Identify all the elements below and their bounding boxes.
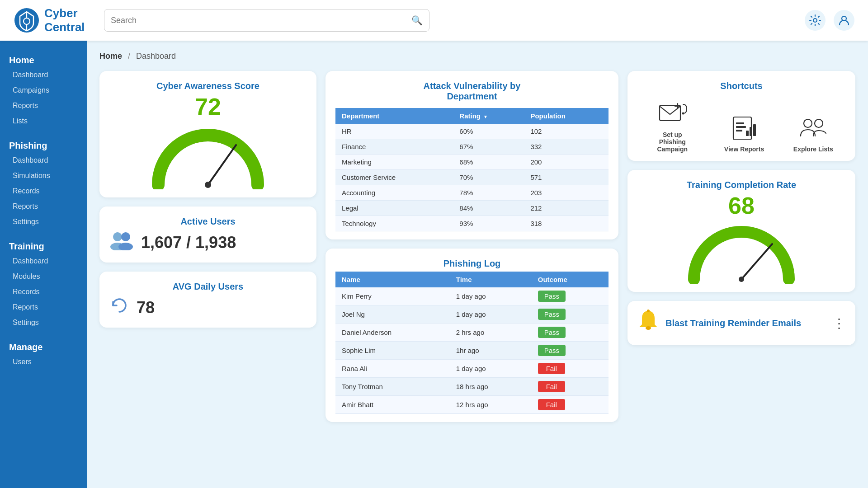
- body-wrap: Home Dashboard Campaigns Reports Lists P…: [0, 41, 868, 488]
- sidebar-item-training-settings[interactable]: Settings: [0, 315, 87, 330]
- outcome-badge: Pass: [538, 327, 566, 338]
- col-left: Cyber Awareness Score 72: [99, 71, 316, 422]
- bell-icon: [637, 309, 659, 337]
- sidebar-item-home-lists[interactable]: Lists: [0, 113, 87, 129]
- table-row: Legal84%212: [335, 201, 609, 216]
- phishing-log-row: Amir Bhatt12 hrs agoFail: [335, 396, 609, 414]
- phishing-log-row: Sophie Lim1hr agoPass: [335, 342, 609, 360]
- shortcut-lists[interactable]: Explore Lists: [793, 114, 833, 153]
- sidebar-section-home: Home: [0, 49, 87, 67]
- shortcuts-grid: Set up Phishing Campaign: [637, 99, 845, 153]
- sidebar-item-phishing-dashboard[interactable]: Dashboard: [0, 153, 87, 168]
- outcome-badge: Fail: [538, 399, 565, 410]
- svg-point-15: [682, 113, 684, 115]
- table-row: Finance67%332: [335, 139, 609, 155]
- sidebar-item-phishing-settings[interactable]: Settings: [0, 214, 87, 230]
- vulnerability-card: Attack Vulnerability by Department Depar…: [326, 71, 618, 239]
- breadcrumb-home: Home: [99, 52, 122, 61]
- blast-menu-icon[interactable]: ⋮: [833, 316, 845, 331]
- outcome-badge: Pass: [538, 291, 566, 302]
- active-users-content: 1,607 / 1,938: [109, 230, 307, 254]
- shortcut-reports[interactable]: View Reports: [724, 114, 764, 153]
- shortcuts-card: Shortcuts: [627, 71, 855, 161]
- svg-point-7: [205, 182, 211, 188]
- breadcrumb: Home / Dashboard: [99, 52, 855, 61]
- phishing-log-row: Tony Trotman18 hrs agoFail: [335, 378, 609, 396]
- header-right: [805, 10, 854, 31]
- shortcut-reports-label: View Reports: [724, 145, 764, 153]
- training-gauge-wrap: [637, 221, 845, 284]
- sidebar-item-phishing-records[interactable]: Records: [0, 183, 87, 199]
- svg-rect-16: [733, 117, 751, 140]
- cyber-awareness-value: 72: [109, 94, 307, 120]
- sidebar-section-phishing: Phishing: [0, 134, 87, 153]
- training-gauge-svg: [687, 221, 796, 284]
- svg-point-24: [815, 119, 823, 127]
- outcome-badge: Pass: [538, 345, 566, 356]
- vuln-col-pop: Population: [524, 108, 609, 124]
- vuln-col-dept: Department: [335, 108, 453, 124]
- logo-line1: Cyber: [44, 6, 85, 20]
- users-icon: [109, 230, 134, 254]
- cyber-awareness-card: Cyber Awareness Score 72: [99, 71, 316, 197]
- logo: Cyber Central: [14, 6, 95, 34]
- logo-line2: Central: [44, 20, 85, 34]
- svg-rect-21: [750, 127, 752, 136]
- main-content: Home / Dashboard Cyber Awareness Score 7…: [87, 41, 868, 488]
- sidebar-item-manage-users[interactable]: Users: [0, 354, 87, 370]
- sidebar-item-training-reports[interactable]: Reports: [0, 300, 87, 315]
- blast-reminder-card[interactable]: Blast Training Reminder Emails ⋮: [627, 301, 855, 345]
- vulnerability-table: Department Rating ▾ Population HR60%102F…: [335, 108, 609, 231]
- search-icon: 🔍: [411, 15, 423, 26]
- shortcut-lists-label: Explore Lists: [793, 145, 833, 153]
- table-row: Accounting78%203: [335, 185, 609, 201]
- outcome-badge: Fail: [538, 363, 565, 374]
- gauge-svg: [149, 122, 267, 189]
- svg-point-28: [647, 310, 650, 312]
- view-reports-icon: [728, 114, 760, 141]
- search-input[interactable]: [111, 16, 411, 25]
- sidebar-section-manage: Manage: [0, 336, 87, 354]
- log-col-outcome: Outcome: [532, 272, 609, 287]
- active-users-title: Active Users: [109, 216, 307, 227]
- svg-point-26: [739, 277, 744, 282]
- sidebar-item-training-dashboard[interactable]: Dashboard: [0, 253, 87, 269]
- training-rate-card: Training Completion Rate 68: [627, 170, 855, 292]
- phishing-log-card: Phishing Log Name Time Outcome Kim Perry…: [326, 249, 618, 422]
- blast-reminder-label: Blast Training Reminder Emails: [665, 318, 826, 328]
- vuln-col-rating[interactable]: Rating ▾: [453, 108, 524, 124]
- shortcut-phishing[interactable]: Set up Phishing Campaign: [650, 99, 695, 153]
- svg-point-27: [646, 326, 651, 330]
- log-col-time: Time: [450, 272, 532, 287]
- search-bar[interactable]: 🔍: [104, 9, 429, 32]
- phishing-log-row: Kim Perry1 day agoPass: [335, 287, 609, 305]
- sidebar-item-home-reports[interactable]: Reports: [0, 98, 87, 113]
- col-right: Shortcuts: [627, 71, 855, 422]
- sidebar-item-training-records[interactable]: Records: [0, 284, 87, 300]
- phishing-log-row: Rana Ali1 day agoFail: [335, 360, 609, 378]
- svg-line-25: [741, 244, 772, 279]
- user-icon[interactable]: [834, 10, 854, 31]
- svg-point-23: [804, 119, 812, 127]
- sidebar-item-phishing-simulations[interactable]: Simulations: [0, 168, 87, 183]
- shortcuts-title: Shortcuts: [637, 81, 845, 91]
- cyber-awareness-title: Cyber Awareness Score: [109, 81, 307, 91]
- dashboard-grid: Cyber Awareness Score 72: [99, 71, 855, 422]
- gauge-wrap: [109, 122, 307, 189]
- settings-icon[interactable]: [805, 10, 826, 31]
- avg-daily-card: AVG Daily Users 78: [99, 272, 316, 328]
- svg-rect-20: [746, 131, 749, 136]
- sidebar: Home Dashboard Campaigns Reports Lists P…: [0, 41, 87, 488]
- col-center: Attack Vulnerability by Department Depar…: [326, 71, 618, 422]
- phishing-log-row: Joel Ng1 day agoPass: [335, 305, 609, 324]
- svg-rect-22: [753, 124, 756, 136]
- outcome-badge: Pass: [538, 309, 566, 320]
- sidebar-item-training-modules[interactable]: Modules: [0, 269, 87, 284]
- phishing-log-row: Daniel Anderson2 hrs agoPass: [335, 324, 609, 342]
- sidebar-item-home-dashboard[interactable]: Dashboard: [0, 67, 87, 83]
- sidebar-item-home-campaigns[interactable]: Campaigns: [0, 83, 87, 98]
- training-rate-title: Training Completion Rate: [637, 180, 845, 190]
- sidebar-item-phishing-reports[interactable]: Reports: [0, 199, 87, 214]
- table-row: Technology93%318: [335, 216, 609, 231]
- svg-point-8: [113, 232, 122, 241]
